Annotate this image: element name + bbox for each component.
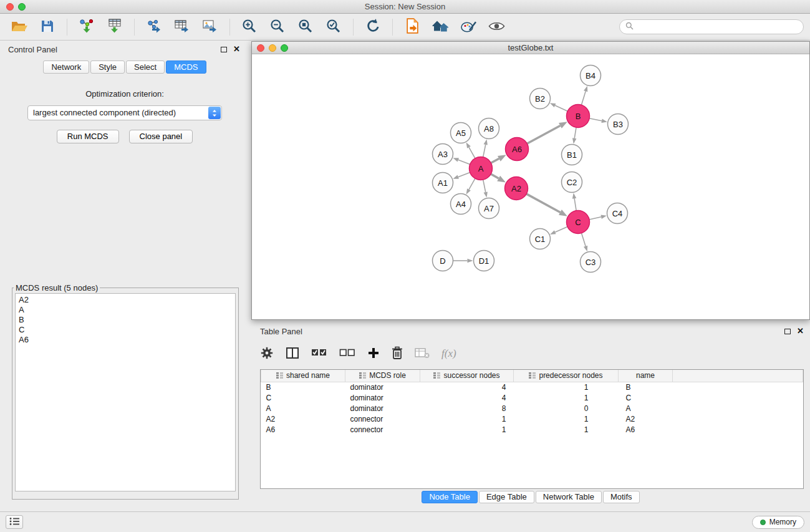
close-panel-button[interactable]: Close panel (129, 130, 193, 143)
column-header-predecessor-nodes[interactable]: predecessor nodes (514, 370, 619, 382)
network-zoom-button[interactable] (281, 44, 288, 52)
column-header-name[interactable]: name (619, 370, 673, 382)
table-cell[interactable]: A2 (261, 414, 345, 424)
tab-edge-table[interactable]: Edge Table (479, 491, 534, 503)
memory-button[interactable]: Memory (752, 516, 804, 529)
graph-edge[interactable] (458, 173, 470, 177)
table-cell[interactable]: C (261, 392, 345, 403)
graph-edge[interactable] (527, 125, 560, 143)
table-cell[interactable]: 1 (420, 414, 514, 424)
graph-edge[interactable] (491, 174, 499, 178)
mcds-result-item[interactable]: A6 (19, 335, 232, 345)
search-input[interactable] (637, 22, 798, 32)
graph-edge[interactable] (491, 158, 499, 163)
table-cell[interactable]: 4 (420, 382, 514, 392)
mcds-result-list[interactable]: A2ABCA6 (15, 293, 236, 491)
tab-style[interactable]: Style (90, 60, 125, 74)
column-header-successor-nodes[interactable]: successor nodes (420, 370, 514, 382)
graph-edge[interactable] (574, 127, 576, 138)
close-panel-icon-button[interactable]: ✕ (233, 46, 240, 52)
table-cell[interactable]: connector (345, 424, 420, 435)
tab-node-table[interactable]: Node Table (422, 491, 478, 503)
home-button[interactable] (427, 16, 453, 38)
mcds-result-item[interactable]: B (19, 315, 232, 325)
graph-edge[interactable] (589, 118, 602, 121)
table-cell[interactable]: 1 (514, 382, 619, 392)
table-row[interactable]: A6connector11A6 (261, 424, 803, 435)
mcds-result-item[interactable]: A (19, 305, 232, 315)
table-cell[interactable]: 8 (420, 403, 514, 414)
run-mcds-button[interactable]: Run MCDS (57, 130, 119, 143)
zoom-in-button[interactable] (236, 16, 263, 38)
graph-edge[interactable] (526, 194, 560, 213)
export-table-button[interactable] (169, 16, 195, 38)
tab-select[interactable]: Select (126, 60, 165, 74)
criterion-dropdown[interactable]: largest connected component (directed) (27, 105, 222, 120)
eye-button[interactable] (483, 16, 509, 38)
unselect-all-button[interactable] (339, 347, 355, 361)
gear-button[interactable] (260, 346, 274, 362)
graph-edge[interactable] (469, 147, 475, 158)
mcds-result-item[interactable]: C (19, 325, 232, 335)
export-image-button[interactable] (197, 16, 223, 38)
table-cell[interactable]: A2 (619, 414, 673, 424)
table-cell[interactable]: 1 (514, 414, 619, 424)
table-row[interactable]: Bdominator41B (261, 382, 803, 392)
table-cell[interactable]: dominator (345, 382, 420, 392)
table-row[interactable]: Cdominator41C (261, 392, 803, 403)
float-panel-button[interactable] (221, 47, 227, 52)
graph-edge[interactable] (582, 233, 586, 246)
zoom-window-button[interactable] (18, 3, 26, 11)
table-cell[interactable]: dominator (345, 403, 420, 414)
network-minimize-button[interactable] (269, 44, 276, 52)
table-cell[interactable]: C (619, 392, 673, 403)
graph-edge[interactable] (483, 145, 486, 157)
save-session-button[interactable] (34, 16, 60, 38)
import-table-button[interactable] (102, 16, 128, 38)
table-cell[interactable]: B (619, 382, 673, 392)
task-history-button[interactable] (6, 515, 23, 529)
tab-network-table[interactable]: Network Table (536, 491, 602, 503)
graph-edge[interactable] (483, 180, 486, 192)
network-canvas[interactable]: B4B2BB3A5A8A6B1A3AC2A1A2A4A7C4CC1C3DD1 (252, 54, 809, 319)
refresh-button[interactable] (360, 16, 386, 38)
table-cell[interactable]: 4 (420, 392, 514, 403)
table-cell[interactable]: 0 (514, 403, 619, 414)
zoom-selected-button[interactable] (321, 16, 347, 38)
table-cell[interactable]: B (261, 382, 345, 392)
table-cell[interactable]: 1 (514, 392, 619, 403)
graph-edge[interactable] (589, 217, 601, 220)
float-table-panel-button[interactable] (784, 329, 791, 334)
table-cell[interactable]: 1 (420, 424, 514, 435)
table-cell[interactable]: A (619, 403, 673, 414)
table-cell[interactable]: A (261, 403, 345, 414)
table-cell[interactable]: A6 (619, 424, 673, 435)
columns-button[interactable] (286, 347, 299, 361)
tab-motifs[interactable]: Motifs (603, 491, 640, 503)
tab-network[interactable]: Network (43, 60, 89, 74)
table-cell[interactable]: 1 (514, 424, 619, 435)
zoom-out-button[interactable] (264, 16, 291, 38)
graph-edge[interactable] (458, 160, 470, 164)
table-row[interactable]: Adominator80A (261, 403, 803, 414)
close-table-panel-button[interactable]: ✕ (797, 328, 804, 334)
add-column-button[interactable] (367, 347, 380, 361)
graph-edge[interactable] (555, 105, 567, 111)
fx-function-button[interactable]: f(x) (441, 347, 456, 360)
table-cell[interactable]: A6 (261, 424, 345, 435)
mcds-result-item[interactable]: A2 (19, 295, 232, 305)
select-all-button[interactable] (311, 347, 327, 361)
column-header-shared-name[interactable]: shared name (261, 370, 345, 382)
graph-edge[interactable] (574, 198, 576, 211)
export-document-button[interactable] (399, 16, 425, 38)
zoom-fit-button[interactable] (292, 16, 319, 38)
table-row[interactable]: A2connector11A2 (261, 414, 803, 424)
style-brush-button[interactable] (455, 16, 481, 38)
column-header-mcds-role[interactable]: MCDS role (345, 370, 420, 382)
table-cell[interactable]: dominator (345, 392, 420, 403)
open-session-button[interactable] (6, 16, 32, 38)
network-window-titlebar[interactable]: testGlobe.txt (252, 42, 809, 54)
network-close-button[interactable] (257, 44, 264, 52)
graph-edge[interactable] (555, 226, 567, 232)
table-cell[interactable]: connector (345, 414, 420, 424)
